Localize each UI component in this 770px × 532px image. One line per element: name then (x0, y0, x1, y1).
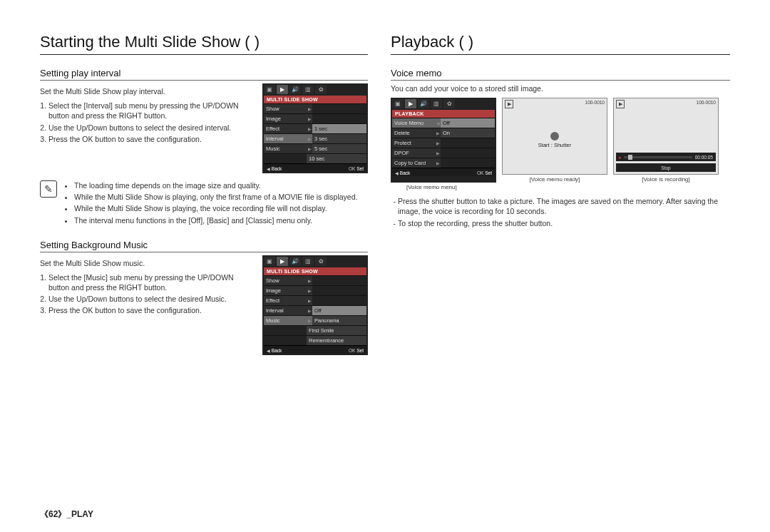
menu-option: Panorama (312, 316, 366, 325)
menu-item: Show (264, 104, 307, 113)
menu-item: Image (264, 286, 307, 295)
menu-item: Show (264, 276, 307, 285)
lcd-title: MULTI SLIDE SHOW (264, 96, 366, 103)
back-button: Back (272, 166, 282, 171)
menu-item: Delete (392, 128, 435, 138)
stop-button: Stop (616, 163, 716, 172)
list-item: Press the OK button to save the configur… (48, 305, 255, 315)
tab-icon: ▣ (264, 85, 275, 94)
list-item: The loading time depends on the image si… (74, 180, 357, 190)
menu-item: Copy to Card (392, 158, 435, 168)
lcd-interval-menu: ▣ ▶ 🔊 ▥ ✿ MULTI SLIDE SHOW Show▶ Image▶ … (262, 83, 368, 173)
page-title-left: Starting the Multi Slide Show ( ) (40, 33, 368, 55)
sound-icon: 🔊 (418, 99, 429, 108)
display-icon: ▥ (302, 85, 314, 94)
menu-item: Music (264, 144, 307, 153)
record-dot-icon: ● (616, 155, 621, 160)
list-item: While the Multi Slide Show is playing, t… (74, 203, 357, 213)
set-button: Set (356, 166, 364, 171)
chevron-left-icon: ◀ (395, 170, 399, 175)
menu-item: Effect (264, 296, 307, 305)
section-heading-memo: Voice memo (391, 68, 730, 81)
menu-option: 10 sec (307, 154, 366, 163)
list-item: Press the OK button to save the configur… (48, 134, 255, 144)
list-item: Press the shutter button to take a pictu… (398, 196, 730, 216)
image-counter: 100-0010 (585, 100, 605, 108)
page-title-right: Playback ( ) (391, 33, 730, 55)
section-heading-music: Setting Background Music (40, 240, 368, 252)
note-icon: ✎ (40, 180, 57, 198)
list-item: Use the Up/Down buttons to select the de… (48, 123, 255, 133)
list-item: Use the Up/Down buttons to select the de… (48, 294, 255, 304)
microphone-icon (550, 132, 559, 140)
play-icon: ▶ (616, 100, 625, 108)
preview-voice-recording: ▶ 100-0010 ● 00:00:05 Stop (613, 98, 719, 175)
menu-item-highlighted: Voice Memo (392, 118, 435, 128)
play-icon: ▶ (277, 85, 288, 94)
gear-icon: ✿ (315, 85, 327, 94)
note-box: ✎ The loading time depends on the image … (40, 180, 368, 227)
menu-option: 5 sec (312, 144, 366, 153)
chevron-left-icon: ◀ (267, 347, 270, 352)
display-icon: ▥ (431, 99, 442, 108)
preview-voice-memo-ready: ▶ 100-0010 Start : Shutter (502, 98, 607, 175)
lcd-playback-menu: ▣ ▶ 🔊 ▥ ✿ PLAYBACK Voice Memo◀Off Delete… (391, 98, 496, 183)
menu-option: Remembrance (307, 336, 366, 345)
image-counter: 100-0010 (697, 100, 716, 108)
menu-item: DPOF (392, 148, 435, 158)
list-item: To stop the recording, press the shutter… (398, 218, 730, 228)
caption-label: [Voice memo menu] (406, 184, 730, 190)
tab-icon: ▣ (392, 99, 404, 108)
sound-icon: 🔊 (289, 257, 301, 266)
list-item: The interval menu functions in the [Off]… (74, 215, 357, 225)
display-icon: ▥ (302, 257, 314, 266)
gear-icon: ✿ (443, 99, 455, 108)
menu-option: First Smile (307, 326, 366, 335)
list-item: Select the [Music] sub menu by pressing … (48, 272, 255, 292)
menu-option: On (441, 128, 495, 138)
lcd-title: MULTI SLIDE SHOW (264, 267, 366, 275)
menu-item: Protect (392, 138, 435, 148)
start-shutter-label: Start : Shutter (503, 142, 607, 148)
set-button: Set (356, 348, 364, 353)
menu-item: Effect (264, 124, 307, 133)
menu-option: 3 sec (312, 134, 366, 143)
back-button: Back (272, 348, 282, 353)
memo-desc: You can add your voice to a stored still… (391, 83, 730, 93)
tab-icon: ▣ (264, 257, 275, 266)
menu-item: Image (264, 114, 307, 123)
menu-option-selected: Off (441, 118, 495, 128)
play-icon: ▶ (505, 100, 513, 108)
music-desc: Set the Multi Slide Show music. (40, 258, 255, 268)
menu-option-selected: Off (312, 306, 366, 315)
list-item: While the Multi Slide Show is playing, o… (74, 192, 357, 202)
gear-icon: ✿ (315, 257, 327, 266)
section-heading-interval: Setting play interval (40, 68, 368, 81)
elapsed-time: 00:00:05 (695, 155, 713, 160)
music-steps: Select the [Music] sub menu by pressing … (40, 272, 255, 316)
page-footer: 《62》_PLAY (40, 508, 93, 521)
lcd-title: PLAYBACK (392, 110, 495, 118)
set-button: Set (485, 170, 492, 175)
caption-label: [Voice is recording] (642, 176, 690, 183)
menu-item-highlighted: Music (264, 316, 307, 325)
chevron-right-icon: ▶ (307, 114, 312, 123)
back-button: Back (400, 170, 410, 175)
sound-icon: 🔊 (289, 85, 301, 94)
interval-desc: Set the Multi Slide Show play interval. (40, 86, 255, 96)
caption-label: [Voice memo ready] (530, 176, 580, 183)
play-icon: ▶ (405, 99, 416, 108)
play-icon: ▶ (277, 257, 288, 266)
chevron-right-icon: ▶ (307, 104, 312, 113)
menu-item: Interval (264, 306, 307, 315)
menu-item-highlighted: Interval (264, 134, 307, 143)
list-item: Select the [Interval] sub menu by pressi… (48, 101, 255, 121)
chevron-left-icon: ◀ (267, 166, 270, 171)
lcd-music-menu: ▣ ▶ 🔊 ▥ ✿ MULTI SLIDE SHOW Show▶ Image▶ … (262, 255, 368, 355)
menu-option-selected: 1 sec (312, 124, 366, 133)
interval-steps: Select the [Interval] sub menu by pressi… (40, 101, 255, 144)
